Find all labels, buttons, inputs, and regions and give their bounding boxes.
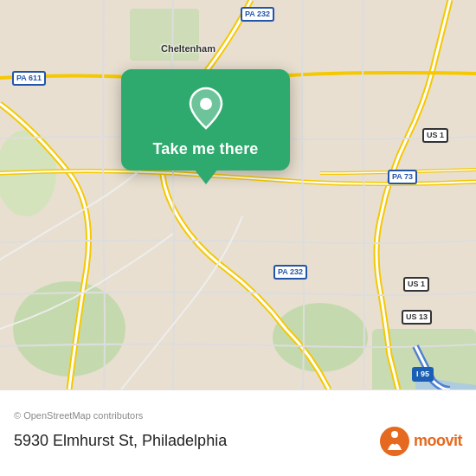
location-pin-icon (183, 85, 228, 130)
badge-pa232-top: PA 232 (241, 7, 274, 22)
take-me-there-button[interactable]: Take me there (152, 140, 258, 158)
map-area: PA 611 PA 232 US 1 PA 73 PA 232 US 1 US … (0, 0, 476, 389)
badge-us1-right: US 1 (422, 128, 448, 143)
label-cheltenham: Cheltenham (161, 43, 215, 54)
badge-us13: US 13 (402, 310, 432, 325)
badge-pa73: PA 73 (388, 170, 417, 184)
attribution-text: © OpenStreetMap contributors (14, 410, 462, 421)
bottom-bar: © OpenStreetMap contributors 5930 Elmhur… (0, 389, 476, 476)
svg-point-8 (391, 431, 398, 438)
badge-pa611: PA 611 (12, 71, 46, 86)
badge-i95: I 95 (412, 367, 434, 382)
moovit-logo: moovit (379, 426, 462, 457)
app: PA 611 PA 232 US 1 PA 73 PA 232 US 1 US … (0, 0, 476, 476)
svg-point-6 (200, 98, 212, 110)
popup-tail (194, 169, 218, 184)
address-row: 5930 Elmhurst St, Philadelphia moovit (14, 426, 462, 457)
moovit-text: moovit (414, 432, 462, 450)
address-text: 5930 Elmhurst St, Philadelphia (14, 432, 227, 450)
map-background (0, 0, 476, 389)
svg-point-1 (13, 281, 125, 376)
badge-us1-bot: US 1 (403, 277, 429, 292)
moovit-icon (379, 426, 410, 457)
popup-card: Take me there (121, 69, 290, 170)
svg-point-2 (273, 303, 368, 372)
badge-pa232-mid: PA 232 (273, 265, 307, 280)
